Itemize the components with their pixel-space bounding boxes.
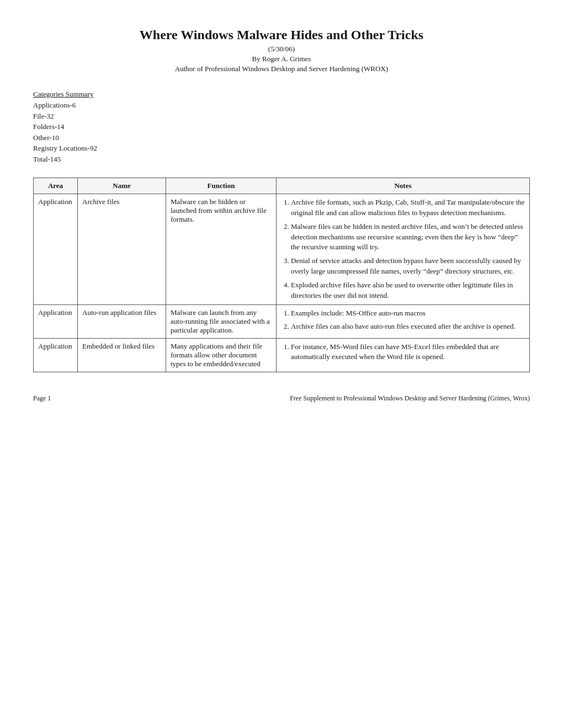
note-item: Examples include: MS-Office auto-run mac… (291, 308, 525, 319)
note-item: For instance, MS-Word files can have MS-… (291, 342, 525, 363)
categories-item: Applications-6 (33, 100, 530, 111)
cell-notes: For instance, MS-Word files can have MS-… (277, 338, 530, 372)
note-item: Archive files can also have auto-run fil… (291, 322, 525, 332)
cell-function: Malware can launch from any auto-running… (166, 304, 277, 338)
page-header: Where Windows Malware Hides and Other Tr… (33, 28, 530, 73)
note-item: Exploded archive files have also be used… (291, 280, 525, 301)
cell-notes: Archive file formats, such as Pkzip, Cab… (277, 194, 530, 305)
page-date: (5/30/06) (33, 45, 530, 53)
page-title: Where Windows Malware Hides and Other Tr… (33, 28, 530, 42)
table-header-row: Area Name Function Notes (34, 178, 530, 194)
categories-item: Other-10 (33, 132, 530, 143)
cell-name: Archive files (78, 194, 166, 305)
categories-item: Total-145 (33, 154, 530, 165)
cell-name: Embedded or linked files (78, 338, 166, 372)
cell-area: Application (34, 194, 78, 305)
note-item: Archive file formats, such as Pkzip, Cab… (291, 197, 525, 218)
cell-area: Application (34, 304, 78, 338)
table-body: ApplicationArchive filesMalware can be h… (34, 194, 530, 372)
col-header-function: Function (166, 178, 277, 194)
categories-item: File-32 (33, 111, 530, 122)
footer-supplement-label: Free Supplement to Professional Windows … (290, 394, 530, 403)
cell-function: Malware can be hidden or launched from w… (166, 194, 277, 305)
note-item: Malware files can be hidden in nested ar… (291, 222, 525, 253)
page-author: By Roger A. Grimes (33, 55, 530, 63)
col-header-area: Area (34, 178, 78, 194)
cell-name: Auto-run application files (78, 304, 166, 338)
cell-notes: Examples include: MS-Office auto-run mac… (277, 304, 530, 338)
cell-function: Many applications and their file formats… (166, 338, 277, 372)
categories-title: Categories Summary (33, 90, 530, 99)
table-row: ApplicationAuto-run application filesMal… (34, 304, 530, 338)
cell-area: Application (34, 338, 78, 372)
page-footer: Page 1 Free Supplement to Professional W… (33, 394, 530, 403)
categories-item: Registry Locations-92 (33, 143, 530, 154)
table-row: ApplicationEmbedded or linked filesMany … (34, 338, 530, 372)
note-item: Denial of service attacks and detection … (291, 256, 525, 277)
categories-section: Categories Summary Applications-6File-32… (33, 90, 530, 164)
main-table: Area Name Function Notes ApplicationArch… (33, 178, 530, 372)
col-header-name: Name (78, 178, 166, 194)
page-subtitle: Author of Professional Windows Desktop a… (33, 65, 530, 73)
categories-list: Applications-6File-32Folders-14Other-10R… (33, 100, 530, 164)
table-row: ApplicationArchive filesMalware can be h… (34, 194, 530, 305)
col-header-notes: Notes (277, 178, 530, 194)
footer-page-label: Page 1 (33, 394, 51, 403)
categories-item: Folders-14 (33, 121, 530, 132)
